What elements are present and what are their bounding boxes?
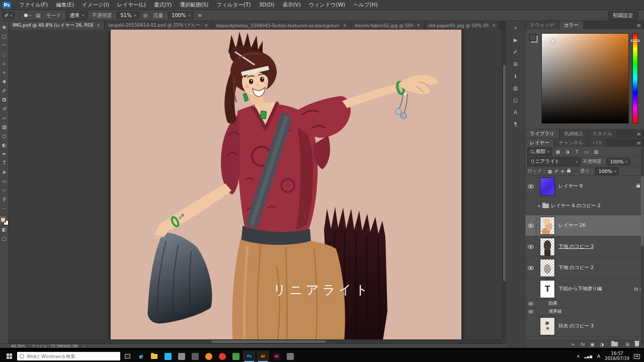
color-swatches[interactable] bbox=[1, 217, 9, 225]
menu-select[interactable]: 選択範囲(S) bbox=[176, 0, 212, 10]
saturation-brightness-field[interactable] bbox=[541, 33, 629, 124]
visibility-toggle[interactable] bbox=[525, 308, 536, 315]
character-panel-icon[interactable]: A bbox=[511, 109, 521, 116]
hue-slider-marker[interactable] bbox=[631, 40, 639, 42]
panel-menu-icon[interactable]: ≡ bbox=[637, 130, 644, 138]
tab-adjustments[interactable]: 色調補正 bbox=[559, 130, 588, 138]
fill-select[interactable]: 100% ▾ bbox=[595, 167, 618, 175]
lock-paint-icon[interactable]: ✐ bbox=[554, 169, 558, 174]
doc-tab-depositphotos[interactable]: depositphotos_3349045-Textile-textured-a… bbox=[212, 21, 351, 30]
zoom-level[interactable]: 40.76% bbox=[11, 344, 26, 348]
type-tool[interactable]: T bbox=[0, 159, 9, 168]
menu-view[interactable]: 表示(V) bbox=[278, 0, 304, 10]
healing-brush-tool[interactable]: ✚ bbox=[0, 77, 9, 86]
visibility-toggle[interactable] bbox=[525, 257, 536, 278]
quick-mask-button[interactable]: ◧ bbox=[0, 225, 9, 234]
tab-paths[interactable]: パス bbox=[588, 139, 607, 147]
zoom-tool[interactable]: ⚲ bbox=[0, 195, 9, 204]
panel-menu-icon[interactable]: ≡ bbox=[637, 139, 644, 147]
clone-stamp-tool[interactable]: ✪ bbox=[0, 96, 9, 105]
taskbar-indesign[interactable]: Id bbox=[270, 350, 283, 362]
add-layer-mask-icon[interactable]: ▣ bbox=[590, 342, 595, 347]
taskbar-file-explorer[interactable] bbox=[148, 350, 160, 362]
layer-row-selected[interactable]: レイヤー 26 bbox=[525, 215, 644, 236]
visibility-toggle[interactable] bbox=[525, 316, 536, 336]
taskbar-store[interactable] bbox=[162, 350, 174, 362]
menu-3d[interactable]: 3D(D) bbox=[255, 0, 278, 10]
workspace-switcher[interactable]: 初期設定 bbox=[608, 11, 638, 20]
new-group-icon[interactable] bbox=[611, 342, 618, 346]
taskbar-app-slate[interactable] bbox=[284, 350, 296, 362]
menu-file[interactable]: ファイル(F) bbox=[15, 0, 52, 10]
ime-indicator[interactable]: A bbox=[597, 354, 600, 359]
adjustment-layer-icon[interactable]: ◑ bbox=[600, 342, 604, 347]
effect-row[interactable]: 境界線 bbox=[525, 308, 644, 316]
layer-thumbnail[interactable] bbox=[540, 217, 555, 235]
hue-slider[interactable] bbox=[632, 33, 638, 124]
mode-select[interactable]: 通常 ▾ bbox=[66, 11, 87, 20]
close-icon[interactable]: × bbox=[417, 23, 421, 28]
taskbar-clock[interactable]: 16:57 2016/07/19 bbox=[605, 351, 629, 361]
filter-shape-icon[interactable]: ▭ bbox=[583, 149, 590, 154]
flow-select[interactable]: 100% ▾ bbox=[168, 12, 194, 19]
menu-type[interactable]: 書式(Y) bbox=[150, 0, 176, 10]
tab-styles[interactable]: スタイル bbox=[588, 130, 617, 138]
visibility-toggle[interactable] bbox=[525, 176, 536, 197]
taskbar-firefox[interactable] bbox=[202, 350, 215, 362]
eyedropper-tool[interactable]: ✧ bbox=[0, 68, 9, 77]
status-chevron-icon[interactable]: › bbox=[84, 344, 85, 348]
tab-layers[interactable]: レイヤー bbox=[525, 139, 554, 147]
lock-move-icon[interactable]: ✛ bbox=[560, 169, 565, 174]
layers-scrollbar[interactable] bbox=[641, 149, 643, 345]
brush-settings-panel-icon[interactable]: ✐ bbox=[511, 48, 521, 56]
effect-row[interactable]: 効果 bbox=[525, 300, 644, 308]
color-field-marker[interactable] bbox=[551, 40, 554, 43]
layer-thumbnail[interactable] bbox=[540, 238, 555, 256]
brush-tool[interactable]: ✐ bbox=[0, 86, 9, 96]
menu-filter[interactable]: フィルター(T) bbox=[212, 0, 255, 10]
visibility-toggle[interactable] bbox=[525, 279, 536, 299]
doc-tab-denim[interactable]: denim-fabric02.jpg @ 50% (RGB/… × bbox=[351, 21, 425, 30]
visibility-toggle[interactable] bbox=[525, 215, 536, 236]
screen-mode-button[interactable]: ▢ bbox=[0, 234, 9, 243]
tab-color[interactable]: カラー bbox=[559, 21, 584, 29]
menu-window[interactable]: ウィンドウ(W) bbox=[305, 0, 349, 10]
layer-effects-badge[interactable]: fx ▴ bbox=[633, 287, 641, 292]
link-layers-icon[interactable]: ∞ bbox=[571, 342, 575, 347]
tab-swatches[interactable]: スウォッチ bbox=[525, 21, 559, 29]
more-tools-button[interactable]: ⋯ bbox=[0, 204, 9, 213]
layer-thumbnail[interactable] bbox=[540, 317, 555, 335]
brush-panel-toggle-icon[interactable]: ▤ bbox=[33, 13, 43, 18]
taskbar-app-gray[interactable] bbox=[175, 350, 188, 362]
lasso-tool[interactable]: ◠ bbox=[0, 41, 9, 50]
pen-pressure-icon[interactable]: ◎ bbox=[141, 13, 150, 18]
tab-libraries[interactable]: ライブラリ bbox=[525, 130, 559, 138]
taskbar-illustrator[interactable]: Ai bbox=[257, 350, 269, 362]
path-selection-tool[interactable]: ➤ bbox=[0, 168, 9, 177]
visibility-toggle[interactable] bbox=[525, 236, 536, 257]
lock-transparency-icon[interactable]: ▦ bbox=[547, 169, 552, 174]
layer-opacity-select[interactable]: 100% ▾ bbox=[607, 158, 630, 165]
scrollbar-thumb[interactable] bbox=[211, 340, 326, 343]
info-panel-icon[interactable]: ℹ bbox=[511, 72, 521, 80]
panel-menu-icon[interactable]: ≡ bbox=[637, 21, 644, 29]
delete-layer-icon[interactable] bbox=[635, 342, 639, 346]
filter-pixel-icon[interactable]: ▦ bbox=[554, 149, 561, 154]
taskbar-search[interactable] bbox=[17, 352, 120, 360]
hand-tool[interactable]: ☞ bbox=[0, 186, 9, 195]
actions-panel-icon[interactable]: ▶ bbox=[511, 36, 521, 44]
lock-all-icon[interactable] bbox=[567, 170, 571, 172]
app-logo[interactable]: Ps bbox=[3, 2, 11, 9]
close-icon[interactable]: × bbox=[343, 23, 347, 28]
layer-thumbnail[interactable] bbox=[540, 177, 555, 196]
gradient-tool[interactable]: ▨ bbox=[0, 123, 9, 132]
taskbar-app-dark[interactable] bbox=[189, 350, 201, 362]
search-input[interactable] bbox=[27, 354, 118, 359]
menu-layer[interactable]: レイヤー(L) bbox=[113, 0, 150, 10]
visibility-toggle[interactable] bbox=[525, 197, 536, 215]
group-caret-icon[interactable]: ▸ bbox=[538, 204, 540, 208]
menu-edit[interactable]: 編集(E) bbox=[52, 0, 78, 10]
taskbar-app-red[interactable] bbox=[216, 350, 228, 362]
opacity-select[interactable]: 51% ▾ bbox=[117, 12, 139, 19]
vertical-scrollbar[interactable] bbox=[502, 30, 506, 339]
